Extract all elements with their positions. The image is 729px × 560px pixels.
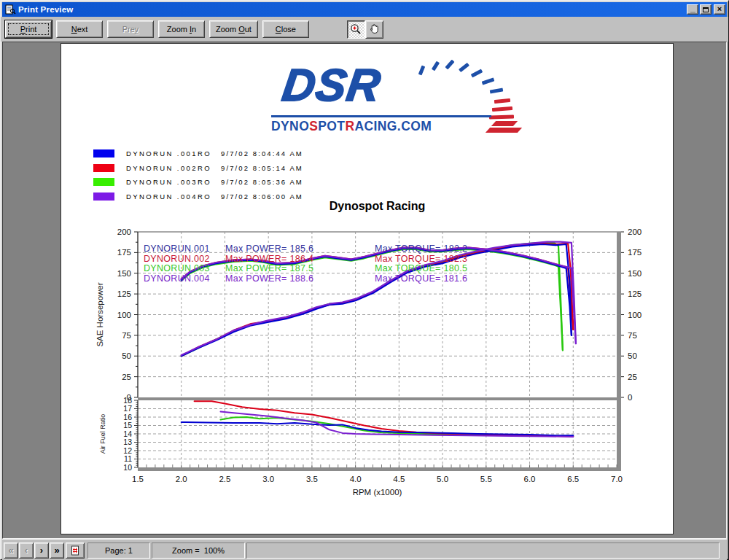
svg-text:6.5: 6.5 — [567, 475, 579, 483]
window-title: Print Preview — [18, 5, 687, 14]
legend-row: DYNORUN .001RO9/7/02 8:04:44 AM — [93, 147, 303, 161]
print-preview-window: Print Preview × PrintNextPrevZoom InZoom… — [0, 0, 729, 560]
svg-text:Max TORQUE= 180.5: Max TORQUE= 180.5 — [375, 263, 467, 273]
status-filler-panel — [246, 542, 720, 559]
svg-text:Max TORQUE= 182.2: Max TORQUE= 182.2 — [375, 244, 467, 254]
svg-text:1.5: 1.5 — [132, 475, 144, 483]
svg-text:25: 25 — [122, 373, 131, 381]
svg-text:SAE Horsepower: SAE Horsepower — [95, 282, 104, 346]
svg-text:15: 15 — [123, 421, 132, 429]
prev-page-button: ‹ — [19, 542, 34, 559]
pan-tool-button[interactable] — [365, 20, 383, 39]
print-button[interactable]: Print — [5, 20, 52, 38]
legend-row: DYNORUN .003RO9/7/02 8:05:36 AM — [93, 175, 303, 190]
svg-text:175: 175 — [628, 248, 642, 257]
svg-text:16: 16 — [123, 413, 132, 421]
dsr-logo: DSR DYNOSPOTRACING.COM — [271, 61, 523, 134]
logo-site-segment: R — [345, 119, 354, 133]
toolbar: PrintNextPrevZoom InZoom OutClose — [1, 17, 728, 42]
svg-text:0: 0 — [628, 393, 632, 402]
svg-text:Max POWER= 187.5: Max POWER= 187.5 — [225, 263, 313, 273]
svg-text:Max TORQUE= 182.3: Max TORQUE= 182.3 — [375, 254, 467, 264]
next-button[interactable]: Next — [56, 20, 103, 38]
report-page: DSR DYNOSPOTRACING.COM DYNORUN .001RO9/7… — [61, 43, 674, 534]
svg-text:10: 10 — [123, 463, 132, 472]
logo-speed-dash — [492, 106, 512, 112]
svg-text:50: 50 — [628, 351, 637, 360]
legend-color-swatch — [93, 178, 114, 186]
minimize-icon — [690, 12, 695, 13]
logo-site-segment: DYNO — [271, 119, 309, 133]
svg-text:17: 17 — [123, 404, 132, 413]
svg-text:50: 50 — [122, 351, 131, 360]
legend-run-time: 9/7/02 8:04:44 AM — [221, 149, 303, 158]
logo-site-segment: POT — [318, 119, 345, 133]
logo-speed-dash — [482, 77, 495, 85]
titlebar: Print Preview × — [2, 2, 727, 17]
svg-text:125: 125 — [628, 289, 642, 298]
logo-speed-dash — [471, 69, 483, 78]
svg-text:Max TORQUE= 181.6: Max TORQUE= 181.6 — [375, 273, 467, 284]
svg-text:Max POWER= 188.6: Max POWER= 188.6 — [225, 273, 313, 284]
svg-text:14: 14 — [123, 429, 132, 438]
zoom-out-button[interactable]: Zoom Out — [209, 20, 258, 38]
logo-underline — [271, 115, 491, 117]
logo-site-segment: ACING.COM — [354, 119, 432, 133]
svg-text:Max POWER= 185.6: Max POWER= 185.6 — [225, 244, 313, 254]
maximize-icon — [703, 7, 709, 12]
svg-text:75: 75 — [122, 331, 131, 340]
logo-swoosh — [491, 121, 518, 126]
legend-color-swatch — [93, 192, 114, 201]
svg-text:18: 18 — [123, 396, 132, 405]
maximize-button[interactable] — [700, 4, 712, 15]
svg-text:3.5: 3.5 — [306, 475, 318, 483]
zoom-in-button[interactable]: Zoom In — [158, 20, 205, 38]
logo-speed-dash — [490, 88, 504, 93]
page-indicator: Page: 1 — [87, 542, 150, 559]
logo-site-segment: S — [309, 119, 318, 133]
svg-text:4.0: 4.0 — [350, 475, 362, 483]
logo-site-text: DYNOSPOTRACING.COM — [271, 119, 432, 134]
statusbar: «‹›» Page: 1 Zoom = 100% — [2, 539, 727, 560]
svg-text:Air Fuel Ratio: Air Fuel Ratio — [99, 414, 106, 454]
svg-text:2.0: 2.0 — [176, 475, 187, 483]
chart-title: Dynospot Racing — [138, 200, 617, 213]
zoom-indicator: Zoom = 100% — [152, 542, 245, 559]
print-preview-icon — [4, 4, 16, 15]
dsr-monogram: DSR — [280, 63, 384, 108]
logo-swoosh — [486, 128, 522, 133]
svg-text:11: 11 — [124, 454, 132, 463]
logo-speed-dash — [494, 98, 510, 104]
svg-text:4.5: 4.5 — [393, 475, 405, 483]
zoom-tool-button[interactable] — [347, 20, 365, 39]
svg-text:200: 200 — [628, 228, 642, 236]
svg-text:DYNORUN.002: DYNORUN.002 — [144, 254, 210, 264]
svg-text:25: 25 — [628, 373, 637, 381]
svg-text:6.0: 6.0 — [524, 475, 536, 483]
svg-text:75: 75 — [628, 331, 637, 340]
svg-text:150: 150 — [628, 269, 642, 278]
toolbar-buttons: PrintNextPrevZoom InZoom OutClose — [5, 20, 313, 38]
minimize-button[interactable] — [687, 4, 698, 15]
svg-text:125: 125 — [117, 289, 131, 298]
svg-text:DYNORUN.003: DYNORUN.003 — [144, 263, 210, 273]
svg-text:2.5: 2.5 — [219, 475, 230, 483]
legend-run-time: 9/7/02 8:05:14 AM — [221, 164, 303, 172]
legend-run-name: DYNORUN .001RO — [126, 149, 211, 158]
close-icon: × — [717, 5, 722, 13]
next-page-button[interactable]: › — [34, 542, 49, 559]
preview-pane[interactable]: DSR DYNOSPOTRACING.COM DYNORUN .001RO9/7… — [2, 42, 727, 539]
legend-row: DYNORUN .002RO9/7/02 8:05:14 AM — [93, 161, 303, 176]
close-button[interactable]: × — [714, 4, 725, 15]
logo-speed-dash — [418, 66, 426, 76]
svg-text:RPM (x1000): RPM (x1000) — [353, 488, 402, 497]
printer-setup-button[interactable] — [66, 542, 85, 559]
svg-text:DYNORUN.004: DYNORUN.004 — [144, 273, 210, 284]
last-page-button[interactable]: » — [50, 542, 64, 559]
magnifier-plus-icon — [349, 23, 362, 36]
svg-text:175: 175 — [117, 248, 131, 257]
svg-text:100: 100 — [117, 311, 131, 319]
svg-text:13: 13 — [123, 438, 132, 446]
close-preview-button[interactable]: Close — [262, 20, 309, 38]
logo-speed-dash — [432, 61, 440, 71]
